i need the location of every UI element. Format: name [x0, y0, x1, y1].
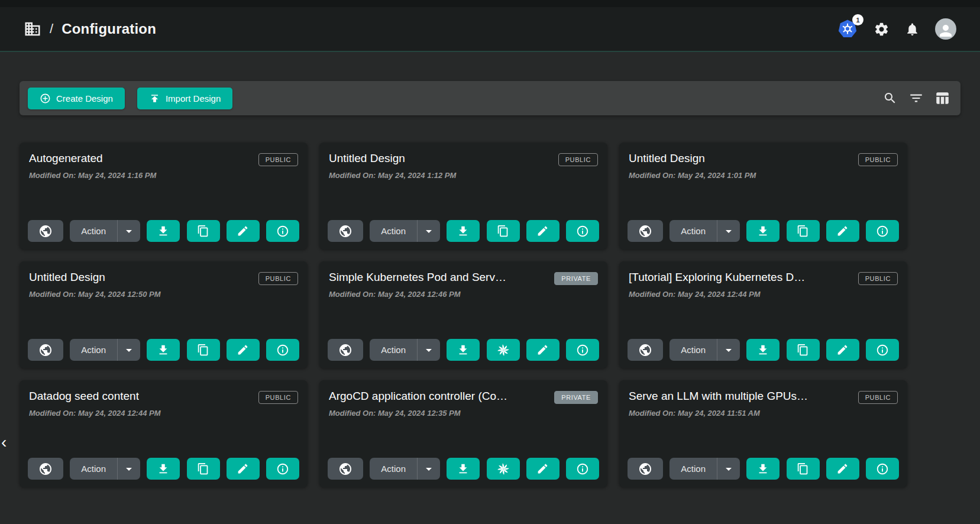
action-split-button[interactable]: Action: [70, 220, 140, 242]
edit-button[interactable]: [227, 339, 260, 361]
edit-button[interactable]: [826, 458, 859, 480]
chevron-down-icon[interactable]: [717, 343, 740, 357]
download-button[interactable]: [147, 220, 180, 242]
action-split-button[interactable]: Action: [370, 220, 440, 242]
chevron-down-icon[interactable]: [118, 462, 140, 476]
edit-button[interactable]: [826, 339, 859, 361]
import-design-button[interactable]: Import Design: [137, 88, 232, 109]
action-split-button[interactable]: Action: [70, 458, 140, 480]
visibility-globe-button[interactable]: [328, 220, 363, 242]
design-title: Serve an LLM with multiple GPUs…: [629, 390, 808, 403]
clone-button[interactable]: [787, 458, 820, 480]
action-split-button[interactable]: Action: [669, 220, 740, 242]
info-button[interactable]: [266, 220, 299, 242]
design-title: Autogenerated: [29, 152, 103, 165]
notifications-bell-icon[interactable]: [905, 22, 920, 37]
filter-icon[interactable]: [906, 88, 926, 108]
download-button[interactable]: [746, 458, 780, 480]
design-card: Simple Kubernetes Pod and Serv… PRIVATE …: [319, 261, 607, 368]
download-button[interactable]: [746, 220, 780, 242]
kubernetes-context-icon[interactable]: 1: [837, 18, 858, 40]
clone-button[interactable]: [487, 220, 520, 242]
clone-button[interactable]: [787, 220, 820, 242]
clone-button[interactable]: [487, 458, 520, 480]
chevron-down-icon[interactable]: [118, 224, 140, 238]
organization-building-icon[interactable]: [24, 20, 41, 38]
info-button[interactable]: [566, 458, 599, 480]
action-split-button[interactable]: Action: [370, 458, 440, 480]
action-split-button[interactable]: Action: [70, 339, 140, 361]
info-button[interactable]: [866, 458, 899, 480]
table-view-icon[interactable]: [932, 88, 952, 108]
toolbar-right-icons: [880, 88, 952, 108]
modified-date: Modified On: May 24, 2024 11:51 AM: [629, 409, 898, 418]
chevron-down-icon[interactable]: [717, 224, 740, 238]
clone-button[interactable]: [187, 339, 220, 361]
info-button[interactable]: [866, 339, 899, 361]
chevron-down-icon[interactable]: [118, 343, 140, 357]
download-button[interactable]: [447, 339, 480, 361]
settings-gear-icon[interactable]: [874, 21, 890, 37]
edit-button[interactable]: [227, 458, 260, 480]
info-icon: [576, 462, 589, 476]
download-button[interactable]: [447, 220, 480, 242]
clone-button[interactable]: [487, 339, 520, 361]
download-button[interactable]: [147, 339, 180, 361]
chevron-down-icon[interactable]: [717, 462, 740, 476]
modified-date: Modified On: May 24, 2024 12:44 PM: [29, 409, 298, 418]
action-split-button[interactable]: Action: [669, 339, 740, 361]
clone-button[interactable]: [187, 220, 220, 242]
info-button[interactable]: [266, 458, 299, 480]
action-button-label[interactable]: Action: [669, 226, 717, 236]
chevron-down-icon[interactable]: [418, 224, 440, 238]
download-button[interactable]: [746, 339, 780, 361]
chevron-down-icon[interactable]: [418, 462, 440, 476]
action-button-label[interactable]: Action: [669, 345, 717, 355]
visibility-globe-button[interactable]: [328, 458, 363, 480]
info-button[interactable]: [566, 339, 599, 361]
clone-button[interactable]: [787, 339, 820, 361]
action-button-label[interactable]: Action: [70, 345, 117, 355]
action-button-label[interactable]: Action: [370, 226, 417, 236]
search-icon[interactable]: [880, 88, 900, 108]
chevron-down-icon[interactable]: [418, 343, 440, 357]
edit-button[interactable]: [526, 458, 559, 480]
action-button-label[interactable]: Action: [70, 226, 117, 236]
card-action-row: Action: [328, 458, 599, 480]
visibility-globe-button[interactable]: [28, 220, 63, 242]
clone-button[interactable]: [187, 458, 220, 480]
visibility-badge: PUBLIC: [258, 391, 298, 404]
edit-button[interactable]: [526, 339, 559, 361]
action-split-button[interactable]: Action: [669, 458, 740, 480]
info-icon: [276, 462, 289, 476]
download-button[interactable]: [147, 458, 180, 480]
import-design-label: Import Design: [166, 93, 221, 103]
edit-button[interactable]: [826, 220, 859, 242]
action-button-label[interactable]: Action: [669, 464, 717, 474]
visibility-globe-button[interactable]: [628, 339, 663, 361]
edit-button[interactable]: [526, 220, 559, 242]
globe-icon: [38, 224, 53, 238]
create-design-button[interactable]: Create Design: [28, 88, 125, 109]
visibility-globe-button[interactable]: [28, 339, 63, 361]
visibility-badge: PUBLIC: [858, 272, 898, 285]
edit-button[interactable]: [227, 220, 260, 242]
visibility-globe-button[interactable]: [28, 458, 63, 480]
info-button[interactable]: [266, 339, 299, 361]
action-button-label[interactable]: Action: [370, 464, 417, 474]
info-button[interactable]: [866, 220, 899, 242]
action-button-label[interactable]: Action: [370, 345, 417, 355]
download-icon: [756, 225, 769, 238]
design-card: Datadog seed content PUBLIC Modified On:…: [20, 380, 308, 487]
info-button[interactable]: [566, 220, 599, 242]
action-button-label[interactable]: Action: [70, 464, 117, 474]
visibility-globe-button[interactable]: [628, 220, 663, 242]
action-split-button[interactable]: Action: [370, 339, 440, 361]
user-avatar[interactable]: [935, 18, 956, 40]
app-header: / Configuration 1: [0, 7, 980, 52]
collapse-drawer-chevron-icon[interactable]: ‹: [1, 432, 7, 452]
visibility-globe-button[interactable]: [628, 458, 663, 480]
visibility-globe-button[interactable]: [328, 339, 363, 361]
design-title: Untitled Design: [29, 271, 105, 284]
download-button[interactable]: [447, 458, 480, 480]
